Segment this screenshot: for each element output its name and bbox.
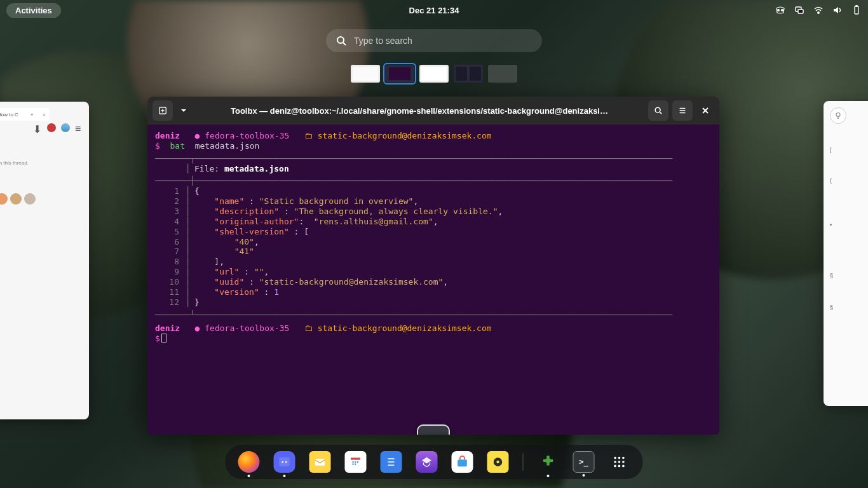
workspace-5[interactable] (488, 65, 517, 83)
dock-calendar[interactable] (345, 451, 367, 473)
discord-tray-icon[interactable] (775, 5, 785, 15)
svg-point-28 (622, 461, 625, 463)
svg-rect-18 (355, 464, 356, 465)
prompt-line-2: deniz ● fedora-toolbox-35 🗀 static-backg… (155, 323, 712, 334)
dock-app-grid[interactable] (609, 451, 630, 473)
download-icon: ⬇ (33, 123, 42, 132)
browser-tab: How to C + × (0, 108, 50, 121)
dock-todo[interactable] (381, 451, 402, 473)
search-input[interactable] (354, 36, 532, 46)
menu-icon: ≡ (75, 123, 84, 132)
dock-firefox[interactable] (238, 451, 260, 473)
svg-point-30 (618, 465, 621, 468)
workspace-2[interactable] (385, 65, 414, 83)
workspace-3[interactable] (419, 65, 449, 83)
dock-music[interactable] (487, 451, 509, 473)
bat-frame-bottom: ───────┴────────────────────────────────… (155, 310, 712, 320)
background-window-right[interactable]: [ ( • § § (824, 101, 868, 406)
svg-rect-17 (353, 464, 354, 465)
globe-icon (61, 123, 70, 132)
svg-point-0 (777, 9, 780, 11)
screen-icon[interactable] (794, 5, 804, 15)
system-tray[interactable] (775, 5, 862, 15)
lightbulb-icon (830, 107, 846, 124)
svg-rect-3 (798, 10, 803, 13)
svg-point-31 (622, 465, 625, 468)
command-line: $ bat metadata.json (155, 141, 712, 151)
tab-dropdown-button[interactable] (177, 100, 191, 121)
window-title: Toolbx — deniz@toolbox:~/.local/share/gn… (194, 106, 644, 116)
battery-icon[interactable] (851, 5, 862, 15)
svg-point-29 (614, 465, 616, 468)
wifi-icon[interactable] (813, 5, 824, 15)
svg-rect-20 (458, 459, 467, 466)
top-panel: Activities Dec 21 21:34 (0, 0, 868, 20)
svg-point-23 (614, 457, 616, 459)
hamburger-menu-button[interactable] (672, 100, 693, 121)
svg-rect-6 (856, 6, 857, 7)
svg-point-7 (337, 37, 344, 43)
window-titlebar[interactable]: Toolbx — deniz@toolbox:~/.local/share/gn… (147, 97, 719, 125)
activities-button[interactable]: Activities (6, 3, 61, 18)
svg-rect-5 (855, 6, 858, 14)
bat-frame-mid: ───────┼────────────────────────────────… (155, 176, 712, 186)
svg-point-1 (781, 9, 783, 11)
svg-rect-13 (351, 458, 360, 459)
window-app-icon: >_ (417, 424, 450, 435)
dock-mail[interactable] (309, 451, 331, 473)
prompt-cursor-line: $ (155, 334, 712, 344)
search-button[interactable] (648, 100, 668, 121)
dock-separator (523, 453, 524, 471)
dock-software[interactable] (452, 451, 473, 473)
clock[interactable]: Dec 21 21:34 (409, 6, 459, 15)
svg-rect-11 (315, 459, 325, 466)
new-tab-button[interactable] (153, 100, 173, 121)
svg-point-8 (836, 113, 840, 117)
dock-extensions[interactable] (538, 451, 559, 473)
svg-rect-16 (357, 461, 358, 463)
svg-point-27 (618, 461, 621, 463)
svg-rect-15 (355, 461, 356, 463)
close-button[interactable] (696, 100, 714, 121)
bat-file-header: │ File: metadata.json (155, 164, 712, 174)
svg-point-26 (614, 461, 616, 463)
page-text-fragment: ons from this thread. (0, 160, 29, 166)
avatar-row (0, 193, 36, 205)
shield-icon (47, 123, 56, 132)
workspace-switcher (351, 65, 517, 83)
terminal-window[interactable]: Toolbx — deniz@toolbox:~/.local/share/gn… (147, 97, 719, 435)
dash: >_ (226, 445, 643, 479)
prompt-line: deniz ● fedora-toolbox-35 🗀 static-backg… (155, 131, 712, 141)
cursor (161, 334, 166, 342)
dock-podcasts[interactable] (416, 451, 438, 473)
dock-discord[interactable] (274, 451, 295, 473)
svg-rect-14 (353, 461, 354, 463)
overview-search[interactable] (326, 29, 542, 52)
search-icon (336, 36, 346, 46)
terminal-content[interactable]: deniz ● fedora-toolbox-35 🗀 static-backg… (147, 125, 719, 435)
bat-frame-top: ───────┬────────────────────────────────… (155, 154, 712, 164)
background-window-browser[interactable]: How to C + × ⬇ ≡ ons from this thread. (0, 102, 89, 419)
svg-point-22 (496, 461, 499, 464)
svg-point-10 (655, 107, 660, 112)
svg-point-4 (818, 12, 819, 13)
dock-terminal[interactable]: >_ (573, 451, 595, 473)
volume-icon[interactable] (832, 5, 843, 15)
svg-point-24 (618, 457, 621, 459)
workspace-1[interactable] (351, 65, 380, 83)
svg-point-25 (622, 457, 625, 459)
workspace-4[interactable] (454, 65, 483, 83)
